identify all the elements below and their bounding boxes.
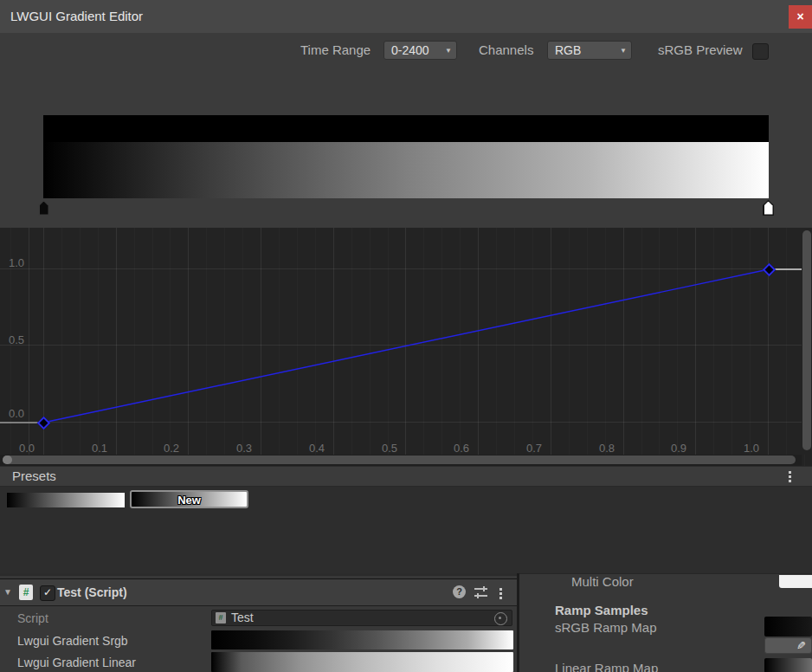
presets-body <box>0 487 812 573</box>
gradient-key-black[interactable] <box>38 200 49 216</box>
vertical-scrollbar[interactable] <box>802 228 812 455</box>
time-range-value: 0-2400 <box>391 43 429 57</box>
x-axis-tick: 0.8 <box>590 442 624 455</box>
title-bar: LWGUI Gradient Editor × <box>0 0 812 33</box>
multi-color-swatch[interactable] <box>779 575 812 588</box>
foldout-triangle-icon[interactable]: ▼ <box>3 587 12 598</box>
component-enabled-checkbox[interactable]: ✓ <box>40 585 55 601</box>
time-range-dropdown[interactable]: 0-2400 ▼ <box>383 41 457 60</box>
ramp-samples-header: Ramp Samples <box>555 603 648 618</box>
component-header[interactable]: ▼ # ✓ Test (Script) ? <box>0 578 517 606</box>
presets-menu-kebab-icon[interactable] <box>789 471 791 482</box>
horizontal-scrollbar-thumb[interactable] <box>3 456 796 464</box>
csharp-script-icon: # <box>216 612 226 624</box>
horizontal-scrollbar-nub[interactable] <box>3 456 12 464</box>
x-axis-tick: 0.0 <box>10 442 44 455</box>
preset-swatch-new[interactable]: New <box>130 490 248 508</box>
srgb-preview-label: sRGB Preview <box>658 41 743 60</box>
y-axis-tick: 0.0 <box>9 407 38 420</box>
gradient-srgb-field[interactable] <box>211 630 513 649</box>
channels-dropdown[interactable]: RGB ▼ <box>547 41 632 60</box>
x-axis-tick: 0.7 <box>517 442 551 455</box>
gradient-key-white[interactable] <box>763 200 774 216</box>
srgb-ramp-thumbnail[interactable] <box>764 617 812 636</box>
script-object-value: Test <box>231 611 254 625</box>
linear-ramp-map-label: Linear Ramp Map <box>555 661 658 672</box>
time-range-label: Time Range <box>300 41 371 60</box>
srgb-ramp-map-label: sRGB Ramp Map <box>555 620 657 636</box>
curve-editor-panel[interactable]: 1.0 0.5 0.0 0.0 0.1 0.2 0.3 0.4 0.5 0.6 … <box>0 227 812 466</box>
gradient-linear-label: Lwgui Gradient Linear <box>17 655 136 670</box>
channels-label: Channels <box>479 41 533 60</box>
close-icon[interactable]: × <box>789 5 812 29</box>
script-row-label: Script <box>17 611 48 626</box>
linear-ramp-thumbnail[interactable] <box>764 658 812 672</box>
chevron-down-icon: ▼ <box>445 48 452 55</box>
x-axis-tick: 0.9 <box>661 442 696 455</box>
object-picker-icon[interactable] <box>494 612 507 625</box>
x-axis-tick: 0.5 <box>372 442 407 455</box>
gradient-alpha-strip[interactable] <box>43 115 769 142</box>
component-title: Test (Script) <box>57 579 127 605</box>
y-axis-tick: 0.5 <box>9 333 38 346</box>
material-panel: Multi Color Ramp Samples sRGB Ramp Map ✎… <box>519 573 812 672</box>
x-axis-tick: 0.4 <box>300 442 334 455</box>
help-icon[interactable]: ? <box>453 585 466 598</box>
srgb-preview-checkbox[interactable] <box>752 43 769 60</box>
vertical-scrollbar-thumb[interactable] <box>802 230 811 450</box>
preset-swatch-gradient[interactable] <box>7 493 125 507</box>
chevron-down-icon: ▼ <box>620 48 627 55</box>
presets-sliders-icon[interactable] <box>474 587 487 598</box>
component-menu-kebab-icon[interactable] <box>499 588 502 599</box>
lwgui-gradient-editor-window: LWGUI Gradient Editor × Time Range 0-240… <box>0 0 812 672</box>
gradient-key-black-fill <box>40 202 48 215</box>
presets-title: Presets <box>12 467 56 486</box>
script-object-field[interactable]: # Test <box>211 610 512 626</box>
gradient-linear-field[interactable] <box>211 652 513 672</box>
window-title: LWGUI Gradient Editor <box>10 0 143 33</box>
curve-line <box>43 269 769 423</box>
csharp-script-icon: # <box>19 585 33 600</box>
horizontal-scrollbar[interactable] <box>0 455 802 466</box>
gradient-preview-bar[interactable] <box>43 115 769 198</box>
multi-color-label: Multi Color <box>571 574 634 590</box>
x-axis-tick: 0.2 <box>154 442 189 455</box>
channels-value: RGB <box>555 43 581 57</box>
curve-canvas[interactable] <box>0 228 812 467</box>
edit-ramp-button[interactable]: ✎ <box>764 637 812 654</box>
y-axis-tick: 1.0 <box>9 256 38 269</box>
x-axis-tick: 0.6 <box>444 442 479 455</box>
gradient-srgb-label: Lwgui Gradient Srgb <box>17 633 128 649</box>
gradient-color-strip[interactable] <box>43 142 769 198</box>
preset-new-label: New <box>177 494 201 507</box>
x-axis-tick: 0.3 <box>227 442 261 455</box>
presets-header-bar: Presets <box>0 466 812 487</box>
pencil-icon: ✎ <box>796 639 806 652</box>
x-axis-tick: 1.0 <box>734 442 769 455</box>
gradient-key-white-fill <box>764 202 773 215</box>
x-axis-tick: 0.1 <box>82 442 117 455</box>
